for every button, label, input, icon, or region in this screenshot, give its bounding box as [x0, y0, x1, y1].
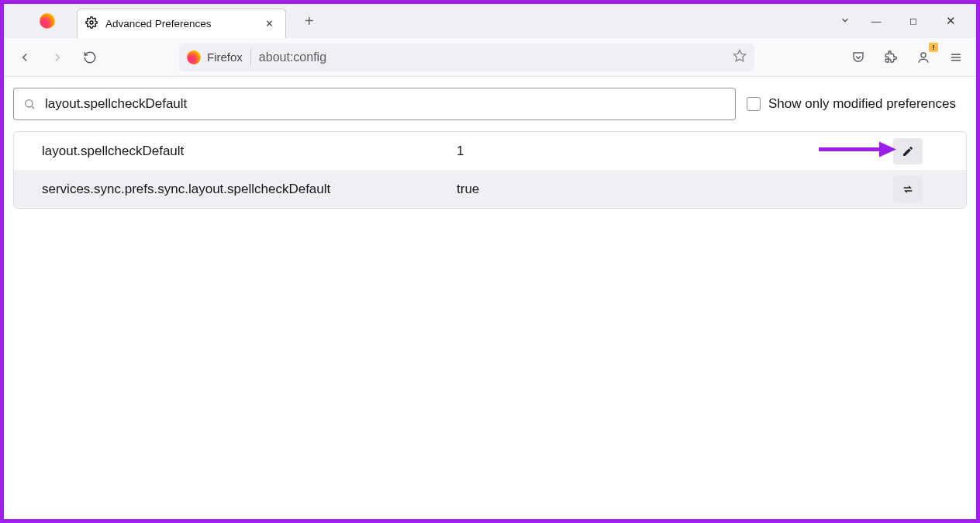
annotation-arrow [819, 140, 896, 162]
search-icon [23, 98, 36, 110]
preference-name: layout.spellcheckDefault [42, 144, 457, 159]
window-close-button[interactable]: ✕ [939, 14, 962, 28]
extensions-button[interactable] [878, 45, 903, 70]
list-tabs-button[interactable] [840, 15, 851, 28]
browser-window: Advanced Preferences ✕ + — ◻ ✕ Firefox [4, 4, 976, 519]
app-menu-button[interactable] [944, 45, 968, 70]
preferences-list: layout.spellcheckDefault 1 services.sync… [13, 131, 967, 209]
window-minimize-button[interactable]: — [864, 16, 888, 27]
preference-search-box[interactable] [13, 88, 736, 120]
svg-marker-1 [734, 50, 746, 61]
about-config-content: Show only modified preferences layout.sp… [4, 77, 976, 519]
firefox-logo-icon [40, 13, 55, 29]
svg-marker-9 [879, 141, 896, 157]
svg-point-0 [90, 21, 93, 24]
pencil-icon [902, 145, 914, 158]
show-modified-label: Show only modified preferences [768, 96, 956, 112]
toggle-icon [902, 183, 914, 196]
reload-button[interactable] [77, 44, 103, 71]
tab-title: Advanced Preferences [105, 18, 254, 29]
account-button[interactable]: ! [911, 45, 936, 70]
separator [250, 49, 251, 66]
svg-line-7 [32, 106, 34, 109]
forward-button[interactable] [44, 44, 71, 71]
preference-value: true [457, 182, 893, 197]
firefox-icon [187, 50, 201, 64]
pocket-button[interactable] [846, 45, 871, 70]
notification-badge-icon: ! [929, 43, 938, 52]
url-text[interactable]: about:config [254, 50, 733, 64]
svg-point-2 [921, 53, 926, 57]
preference-search-input[interactable] [45, 96, 726, 112]
back-button[interactable] [12, 44, 38, 71]
nav-toolbar: Firefox about:config ! [4, 38, 976, 77]
tab-bar: Advanced Preferences ✕ + — ◻ ✕ [4, 4, 976, 38]
browser-tab[interactable]: Advanced Preferences ✕ [77, 9, 286, 38]
preference-row[interactable]: services.sync.prefs.sync.layout.spellche… [14, 170, 966, 208]
svg-point-6 [26, 100, 33, 107]
bookmark-star-button[interactable] [733, 49, 747, 65]
url-bar[interactable]: Firefox about:config [179, 43, 754, 71]
show-modified-checkbox[interactable] [747, 97, 761, 111]
show-modified-checkbox-row[interactable]: Show only modified preferences [747, 96, 956, 112]
edit-preference-button[interactable] [893, 138, 923, 165]
gear-icon [85, 16, 98, 31]
preference-name: services.sync.prefs.sync.layout.spellche… [42, 182, 457, 197]
preference-row[interactable]: layout.spellcheckDefault 1 [14, 132, 966, 170]
identity-label: Firefox [207, 50, 243, 64]
tab-close-button[interactable]: ✕ [261, 16, 278, 32]
toggle-preference-button[interactable] [893, 176, 923, 203]
window-maximize-button[interactable]: ◻ [902, 16, 925, 26]
new-tab-button[interactable]: + [298, 9, 320, 33]
